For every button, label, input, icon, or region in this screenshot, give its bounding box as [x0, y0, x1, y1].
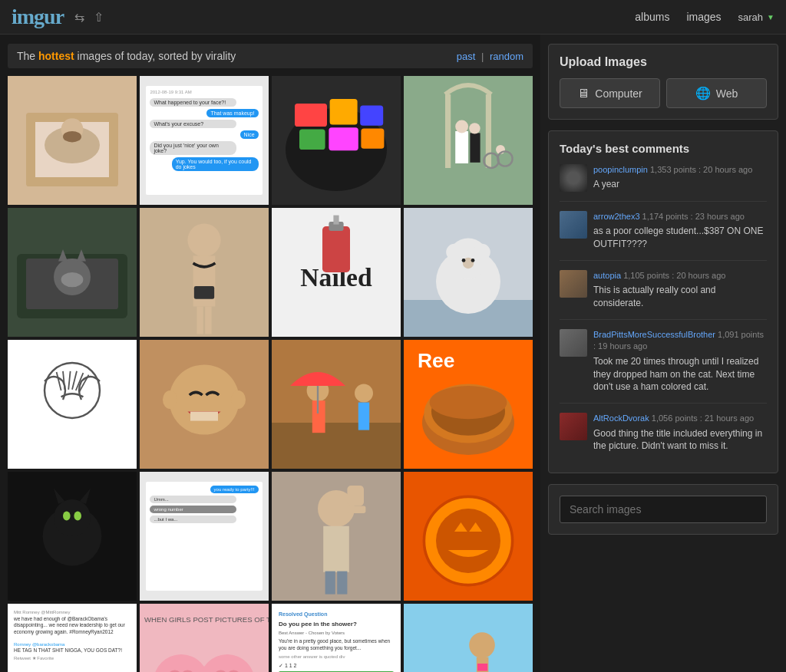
upload-web-button[interactable]: 🌐 Web [666, 78, 767, 108]
svg-rect-67 [312, 400, 325, 433]
user-menu[interactable]: sarah ▼ [738, 12, 774, 23]
avatar [560, 164, 587, 192]
svg-rect-36 [205, 306, 211, 334]
svg-rect-39 [322, 226, 350, 272]
svg-rect-11 [299, 130, 325, 150]
svg-point-79 [54, 499, 91, 536]
username: sarah [738, 12, 764, 23]
comment-meta: arrow2thex3 1,174 points : 23 hours ago [593, 211, 767, 222]
comment-text: A year [593, 178, 767, 191]
random-link[interactable]: random [490, 51, 523, 62]
svg-point-32 [187, 223, 220, 256]
comment-content: AltRockDvorak 1,056 points : 21 hours ag… [593, 413, 767, 453]
header-icons: ⇆ ⇧ [74, 10, 104, 25]
chevron-down-icon: ▼ [767, 13, 774, 21]
image-item[interactable]: you ready to party!!! Umm... wrong numbe… [140, 472, 269, 601]
comment-item: poopinclumpin 1,353 points : 20 hours ag… [560, 164, 767, 202]
avatar [560, 329, 587, 357]
comment-content: autopia 1,105 points : 20 hours ago This… [593, 270, 767, 310]
svg-point-108 [469, 632, 495, 658]
svg-rect-106 [404, 604, 533, 672]
avatar [560, 270, 587, 298]
svg-rect-96 [140, 604, 269, 672]
comment-user[interactable]: AltRockDvorak [593, 413, 649, 423]
svg-point-60 [169, 364, 239, 434]
svg-point-63 [231, 390, 246, 409]
image-item[interactable] [8, 76, 137, 205]
header: imgur ⇆ ⇧ albums images sarah ▼ [0, 0, 786, 35]
svg-point-93 [436, 509, 500, 573]
computer-icon: 🖥 [577, 87, 590, 100]
upload-buttons: 🖥 Computer 🌐 Web [560, 78, 767, 108]
comment-item: arrow2thex3 1,174 points : 23 hours ago … [560, 211, 767, 261]
image-item[interactable] [404, 208, 533, 337]
svg-rect-16 [486, 94, 491, 168]
svg-point-49 [462, 259, 466, 262]
search-input[interactable] [560, 496, 767, 523]
content-title: The hottest images of today, sorted by v… [17, 50, 236, 62]
logo[interactable]: imgur [12, 5, 64, 29]
comment-content: BradPittsMoreSuccessfulBrother 1,091 poi… [593, 329, 767, 394]
svg-rect-61 [190, 412, 218, 421]
svg-rect-51 [8, 340, 137, 469]
image-item[interactable]: WHEN GIRLS POST PICTURES OF THEMSELVES R… [140, 604, 269, 672]
image-item[interactable] [8, 340, 137, 469]
image-grid: 2012-08-19 9:31 AM What happened to your… [8, 76, 533, 672]
image-item[interactable]: Nailed [272, 208, 401, 337]
nav-images[interactable]: images [686, 11, 721, 23]
svg-rect-34 [194, 286, 214, 299]
svg-rect-35 [196, 306, 203, 334]
svg-point-50 [471, 259, 475, 262]
svg-point-62 [163, 390, 177, 409]
nav-albums[interactable]: albums [635, 11, 669, 23]
upload-title: Upload Images [560, 55, 767, 69]
upload-box: Upload Images 🖥 Computer 🌐 Web [548, 44, 778, 120]
image-item[interactable] [8, 208, 137, 337]
comment-content: poopinclumpin 1,353 points : 20 hours ag… [593, 164, 767, 192]
svg-text:Ree: Ree [418, 349, 454, 372]
past-link[interactable]: past [457, 51, 476, 62]
shuffle-icon[interactable]: ⇆ [74, 10, 84, 25]
comment-text: Took me 20 times through until I realize… [593, 355, 767, 394]
svg-point-83 [74, 512, 81, 521]
svg-point-5 [63, 131, 81, 142]
comment-user[interactable]: arrow2thex3 [593, 212, 640, 221]
image-item[interactable] [140, 208, 269, 337]
comment-user[interactable]: autopia [593, 271, 621, 280]
hot-label: hottest [38, 50, 74, 62]
comment-content: arrow2thex3 1,174 points : 23 hours ago … [593, 211, 767, 251]
image-item[interactable]: Mitt Romney @MittRomney we have had enou… [8, 604, 137, 672]
svg-rect-17 [455, 131, 468, 163]
image-item[interactable] [404, 76, 533, 205]
svg-rect-41 [333, 216, 339, 225]
comment-meta: poopinclumpin 1,353 points : 20 hours ag… [593, 164, 767, 176]
image-item[interactable] [8, 472, 137, 601]
comment-user[interactable]: poopinclumpin [593, 165, 648, 174]
image-item[interactable]: 2012-08-19 9:31 AM What happened to your… [140, 76, 269, 205]
comment-meta: BradPittsMoreSuccessfulBrother 1,091 poi… [593, 329, 767, 353]
comment-meta: AltRockDvorak 1,056 points : 21 hours ag… [593, 413, 767, 424]
image-item[interactable] [272, 76, 401, 205]
upload-computer-button[interactable]: 🖥 Computer [560, 78, 660, 108]
upload-icon[interactable]: ⇧ [94, 10, 104, 25]
content-links: past | random [457, 51, 523, 62]
image-item[interactable]: Ree [404, 340, 533, 469]
avatar [560, 211, 587, 239]
image-item[interactable] [272, 472, 401, 601]
comment-text: Good thing the title included everything… [593, 427, 767, 453]
svg-rect-13 [361, 128, 384, 148]
comments-title: Today's best comments [560, 142, 767, 155]
svg-rect-10 [360, 105, 383, 125]
svg-rect-65 [272, 423, 401, 469]
image-item[interactable] [272, 340, 401, 469]
comment-user[interactable]: BradPittsMoreSuccessfulBrother [593, 330, 715, 339]
svg-rect-88 [347, 506, 365, 513]
web-icon: 🌐 [695, 86, 711, 100]
image-item[interactable]: Close enou... [404, 604, 533, 672]
content-header: The hottest images of today, sorted by v… [8, 44, 533, 68]
image-item[interactable]: Resolved Question Do you pee in the show… [272, 604, 401, 672]
image-item[interactable] [140, 340, 269, 469]
image-item[interactable] [404, 472, 533, 601]
svg-point-69 [355, 384, 373, 403]
svg-rect-90 [337, 572, 347, 595]
